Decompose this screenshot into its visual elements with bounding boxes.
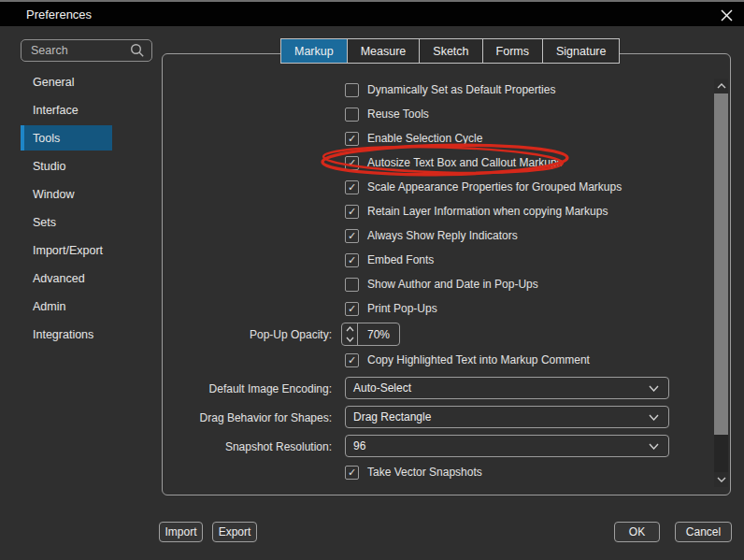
checkbox[interactable]: ✓ [345,302,359,316]
cancel-button[interactable]: Cancel [675,522,732,542]
checkbox-label: Take Vector Snapshots [367,465,482,480]
checkbox-row[interactable]: ✓ Scale Appearance Properties for Groupe… [345,179,622,194]
checkbox-row[interactable]: ✓ Always Show Reply Indicators [345,228,518,243]
sidebar-item[interactable]: Import/Export [21,237,112,263]
sidebar-item-label: Admin [33,300,65,313]
chevron-down-icon [717,477,726,482]
checkbox-row[interactable]: Dynamically Set as Default Properties [345,82,555,97]
dropdown-value: Drag Rectangle [353,410,649,424]
sidebar-item-label: Import/Export [33,244,103,257]
tab-label: Markup [294,45,334,58]
checkbox[interactable]: ✓ [345,156,359,170]
tab-label: Sketch [433,45,468,58]
dropdown-select[interactable]: Auto-Select [345,377,669,399]
preferences-dialog: Preferences General Interface Tools [0,0,744,560]
checkbox[interactable] [345,108,359,122]
checkbox-row[interactable]: ✓ Embed Fonts [345,252,434,267]
checkbox[interactable] [345,83,359,97]
sidebar-item-label: General [33,76,74,89]
search-box[interactable] [21,39,152,62]
sidebar-item-label: Studio [33,160,65,173]
sidebar-item[interactable]: Sets [21,209,112,235]
sidebar-item[interactable]: Window [21,181,112,207]
dropdown-label: Drag Behavior for Shapes: [168,411,332,424]
tab[interactable]: Signature [542,38,621,64]
sidebar-item-label: Integrations [33,328,93,341]
vertical-scrollbar[interactable] [714,79,728,487]
sidebar-item-label: Sets [33,216,56,229]
settings-panel [162,53,731,495]
checkbox-row[interactable]: ✓ Enable Selection Cycle [345,131,482,146]
popup-opacity-stepper[interactable]: 70% [341,323,400,346]
sidebar-item[interactable]: Studio [21,153,112,179]
sidebar-item-label: Interface [33,104,79,117]
sidebar-item[interactable]: Integrations [21,322,112,347]
search-input[interactable] [21,44,130,57]
sidebar-item-label: Tools [33,132,60,145]
tab[interactable]: Markup [280,38,348,64]
sidebar-item[interactable]: Advanced [21,266,112,291]
tab[interactable]: Forms [482,38,543,64]
sidebar-item-label: Window [33,188,74,201]
checkbox[interactable]: ✓ [345,229,359,243]
tab[interactable]: Sketch [419,38,482,64]
chevron-down-icon [649,443,659,450]
dropdown-label: Default Image Encoding: [168,382,332,395]
window-title: Preferences [26,7,92,22]
checkbox[interactable] [345,278,359,292]
sidebar-item[interactable]: General [21,69,112,94]
stepper-down-button[interactable] [342,335,357,346]
dropdown-select[interactable]: 96 [345,435,669,457]
tab-label: Signature [556,45,607,58]
checkbox[interactable]: ✓ [345,466,359,480]
checkbox-row[interactable]: ✓ Copy Highlighted Text into Markup Comm… [345,352,590,367]
checkbox-label: Show Author and Date in Pop-Ups [367,277,538,292]
titlebar[interactable]: Preferences [0,2,744,26]
import-button[interactable]: Import [159,522,203,542]
popup-opacity-value: 70% [358,323,399,345]
checkbox-label: Dynamically Set as Default Properties [367,82,555,97]
checkbox[interactable]: ✓ [345,132,359,146]
export-button[interactable]: Export [212,522,257,542]
checkbox-label: Embed Fonts [367,252,434,267]
dropdown-select[interactable]: Drag Rectangle [345,406,669,428]
dropdown-value: 96 [353,439,649,452]
tab[interactable]: Measure [347,38,421,64]
checkbox-row[interactable]: ✓ Print Pop-Ups [345,301,437,316]
checkbox-row[interactable]: ✓ Autosize Text Box and Callout Markups [345,155,563,170]
checkbox[interactable]: ✓ [345,205,359,219]
checkbox-label: Copy Highlighted Text into Markup Commen… [367,352,590,367]
checkbox-row[interactable]: ✓ Retain Layer Information when copying … [345,204,608,219]
close-button[interactable] [716,6,737,24]
checkbox-label: Print Pop-Ups [367,301,437,316]
stepper-up-button[interactable] [342,323,357,335]
ok-button[interactable]: OK [614,522,660,542]
chevron-down-icon [346,337,354,342]
ok-button-label: OK [629,525,645,538]
scrollbar-thumb[interactable] [714,93,728,435]
scroll-up-button[interactable] [714,79,728,93]
cancel-button-label: Cancel [686,525,721,538]
checkbox-label: Retain Layer Information when copying Ma… [367,204,608,219]
chevron-up-icon [346,326,354,332]
tab-label: Forms [496,45,529,58]
checkbox-label: Reuse Tools [367,107,429,122]
tab-bar: Markup Measure Sketch Forms Signature [281,38,620,64]
sidebar-item[interactable]: Admin [21,294,112,319]
checkbox-label: Enable Selection Cycle [367,131,482,146]
checkbox-label: Always Show Reply Indicators [367,228,518,243]
checkbox-row[interactable]: ✓ Take Vector Snapshots [345,465,482,480]
sidebar-item[interactable]: Interface [21,97,112,122]
checkbox-row[interactable]: Show Author and Date in Pop-Ups [345,277,538,292]
checkbox[interactable]: ✓ [345,353,359,367]
checkbox[interactable]: ✓ [345,253,359,267]
dropdown-label: Snapshot Resolution: [168,440,332,453]
sidebar-item-label: Advanced [33,272,85,285]
checkbox[interactable]: ✓ [345,180,359,194]
checkbox-row[interactable]: Reuse Tools [345,107,429,122]
scrollbar-track[interactable] [714,435,728,472]
sidebar-item[interactable]: Tools [21,125,112,151]
popup-opacity-label: Pop-Up Opacity: [187,328,332,341]
scroll-down-button[interactable] [714,472,728,487]
checkbox-label: Autosize Text Box and Callout Markups [367,155,563,170]
